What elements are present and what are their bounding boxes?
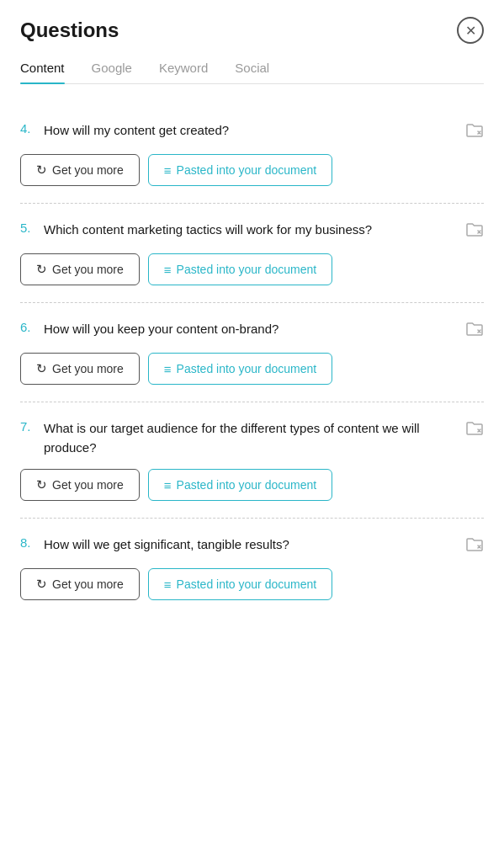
refresh-button[interactable]: ↻ Get you more [20,568,140,600]
refresh-button[interactable]: ↻ Get you more [20,469,140,501]
tab-google[interactable]: Google [92,61,132,83]
list-icon: ≡ [164,362,172,376]
refresh-button[interactable]: ↻ Get you more [20,353,140,385]
refresh-label: Get you more [52,478,124,492]
tab-keyword[interactable]: Keyword [159,61,208,83]
refresh-button[interactable]: ↻ Get you more [20,253,140,285]
list-icon: ≡ [164,478,172,492]
question-number: 6. [20,320,37,339]
paste-label: Pasted into your document [177,163,317,177]
refresh-button[interactable]: ↻ Get you more [20,154,140,186]
tab-social[interactable]: Social [235,61,269,83]
question-actions: ↻ Get you more ≡ Pasted into your docume… [20,469,484,501]
paste-label: Pasted into your document [177,362,317,375]
question-text: How will we get significant, tangible re… [44,535,289,555]
question-text: What is our target audience for the diff… [44,419,459,457]
question-text-wrap: 6. How will you keep your content on-bra… [20,320,459,339]
question-number: 8. [20,535,37,555]
question-number: 5. [20,221,37,240]
list-icon: ≡ [164,163,172,178]
refresh-label: Get you more [52,577,124,591]
question-text-wrap: 7. What is our target audience for the d… [20,419,459,457]
question-header-1: 4. How will my content get created? [20,121,484,142]
list-icon: ≡ [164,263,172,277]
folder-icon[interactable] [465,421,484,440]
paste-button[interactable]: ≡ Pasted into your document [148,154,332,186]
refresh-icon: ↻ [36,577,47,592]
paste-button[interactable]: ≡ Pasted into your document [148,568,332,600]
close-icon: ✕ [465,23,476,39]
question-text: How will my content get created? [44,121,229,141]
question-block: 6. How will you keep your content on-bra… [20,303,484,402]
question-header-2: 5. Which content marketing tactics will … [20,221,484,242]
refresh-icon: ↻ [36,262,47,277]
folder-icon[interactable] [465,537,484,556]
question-header-3: 6. How will you keep your content on-bra… [20,320,484,341]
paste-label: Pasted into your document [177,263,317,276]
page-header: Questions ✕ [20,17,484,44]
folder-icon[interactable] [465,222,484,242]
refresh-icon: ↻ [36,361,47,376]
question-header-5: 8. How will we get significant, tangible… [20,535,484,556]
tabs-bar: Content Google Keyword Social [20,61,484,84]
refresh-icon: ↻ [36,162,47,178]
paste-button[interactable]: ≡ Pasted into your document [148,353,332,385]
question-actions: ↻ Get you more ≡ Pasted into your docume… [20,154,484,186]
question-text: How will you keep your content on-brand? [44,320,279,339]
questions-list: 4. How will my content get created? ↻ Ge… [20,104,484,617]
tab-content[interactable]: Content [20,61,65,83]
question-actions: ↻ Get you more ≡ Pasted into your docume… [20,253,484,285]
page-title: Questions [20,19,119,42]
paste-label: Pasted into your document [177,577,317,591]
question-block: 7. What is our target audience for the d… [20,402,484,519]
paste-button[interactable]: ≡ Pasted into your document [148,253,332,285]
list-icon: ≡ [164,577,172,592]
paste-label: Pasted into your document [177,478,317,492]
question-actions: ↻ Get you more ≡ Pasted into your docume… [20,353,484,385]
question-block: 4. How will my content get created? ↻ Ge… [20,104,484,204]
question-text-wrap: 4. How will my content get created? [20,121,459,141]
question-number: 4. [20,121,37,141]
question-actions: ↻ Get you more ≡ Pasted into your docume… [20,568,484,600]
question-text: Which content marketing tactics will wor… [44,221,372,240]
question-text-wrap: 8. How will we get significant, tangible… [20,535,459,555]
question-block: 8. How will we get significant, tangible… [20,519,484,617]
paste-button[interactable]: ≡ Pasted into your document [148,469,332,501]
folder-icon[interactable] [465,322,484,341]
question-header-4: 7. What is our target audience for the d… [20,419,484,457]
refresh-label: Get you more [52,163,124,177]
question-number: 7. [20,419,37,457]
question-block: 5. Which content marketing tactics will … [20,204,484,303]
folder-icon[interactable] [465,123,484,142]
refresh-label: Get you more [52,362,124,375]
question-text-wrap: 5. Which content marketing tactics will … [20,221,459,240]
page-container: Questions ✕ Content Google Keyword Socia… [0,0,504,642]
refresh-icon: ↻ [36,477,47,492]
close-button[interactable]: ✕ [457,17,484,44]
refresh-label: Get you more [52,263,124,276]
